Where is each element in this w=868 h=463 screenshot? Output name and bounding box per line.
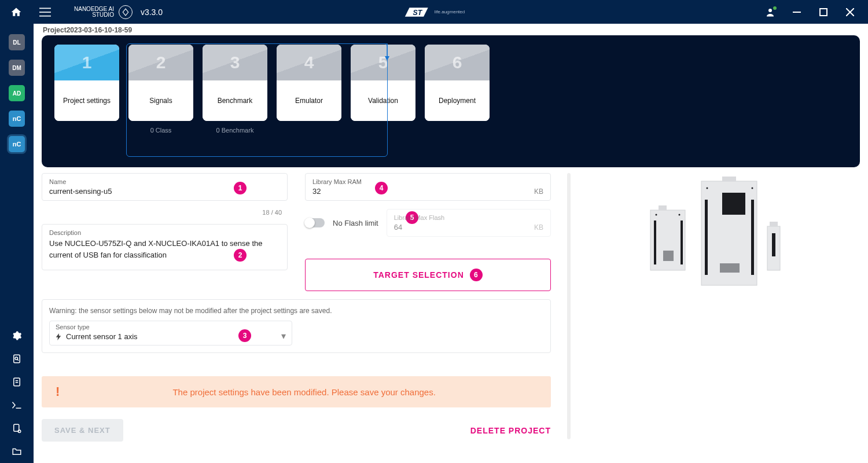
svg-rect-24	[659, 205, 667, 210]
user-status-dot	[773, 6, 777, 10]
ram-label: Library Max RAM	[312, 178, 543, 185]
folder-open-icon	[12, 447, 22, 456]
svg-point-34	[752, 188, 753, 189]
flash-field: Library Max Flash 64 KB	[387, 209, 551, 237]
step-project-settings[interactable]: 1 Project settings	[54, 45, 119, 121]
svg-point-25	[656, 214, 657, 216]
svg-rect-22	[681, 221, 683, 264]
terminal-icon	[12, 401, 22, 409]
sidebar-item-ad[interactable]: AD	[9, 85, 25, 101]
sensor-type-select[interactable]: Sensor type Current sensor 1 axis ▾ 3	[49, 321, 292, 346]
flash-limit-toggle[interactable]	[305, 218, 325, 227]
step-benchmark[interactable]: 3 Benchmark	[203, 45, 267, 121]
flash-value: 64	[394, 223, 402, 232]
ram-field[interactable]: Library Max RAM 32 KB 4	[305, 173, 551, 201]
annotation-badge-2: 2	[234, 249, 247, 262]
minimize-button[interactable]	[784, 1, 810, 24]
terminal-button[interactable]	[5, 394, 28, 417]
bolt-icon	[56, 333, 61, 340]
step-label: Validation	[351, 80, 415, 121]
target-selection-label: TARGET SELECTION	[373, 270, 464, 280]
annotation-badge-3: 3	[238, 329, 251, 342]
svg-rect-32	[722, 177, 736, 181]
close-icon	[846, 8, 854, 16]
hamburger-icon	[39, 8, 51, 17]
version-label: v3.3.0	[141, 8, 163, 17]
sidebar-item-dm[interactable]: DM	[9, 60, 25, 76]
file-gear-icon	[12, 423, 22, 433]
name-field[interactable]: Name current-sensing-u5 1	[42, 173, 288, 201]
sensor-panel: Warning: the sensor settings below may n…	[42, 299, 551, 353]
sidebar-item-nc2[interactable]: nC	[9, 136, 25, 152]
titlebar: NANOEDGE AI STUDIO v3.3.0 ST life.augmen…	[0, 0, 868, 24]
ram-value: 32	[312, 187, 321, 196]
steps-panel: 1 Project settings 2 Signals 0 Class 3	[42, 35, 860, 167]
svg-point-4	[768, 9, 772, 12]
annotation-badge-6: 6	[470, 269, 483, 281]
step-emulator[interactable]: 4 Emulator	[277, 45, 341, 121]
svg-rect-30	[722, 193, 745, 215]
brand-line2: STUDIO	[74, 12, 114, 18]
step-validation[interactable]: 5 Validation	[351, 45, 415, 121]
alert-text: The project settings have been modified.…	[71, 387, 537, 397]
save-next-button[interactable]: SAVE & NEXT	[42, 419, 123, 442]
brand: NANOEDGE AI STUDIO v3.3.0	[74, 5, 163, 19]
step-number: 5	[378, 53, 388, 72]
export-button[interactable]	[5, 417, 28, 440]
sensor-warning: Warning: the sensor settings below may n…	[49, 307, 543, 315]
search-file-icon	[12, 354, 22, 364]
sidebar: DL DM AD nC nC	[0, 24, 34, 463]
board-icon	[646, 177, 796, 292]
svg-marker-19	[56, 333, 61, 340]
flash-toggle-label: No Flash limit	[333, 219, 378, 227]
description-label: Description	[49, 229, 280, 236]
close-button[interactable]	[837, 1, 863, 24]
svg-rect-1	[39, 12, 51, 13]
svg-rect-6	[820, 9, 827, 16]
home-icon	[10, 6, 22, 18]
brand-line1: NANOEDGE AI	[74, 6, 114, 12]
svg-rect-37	[770, 222, 778, 226]
svg-point-26	[679, 214, 681, 216]
svg-rect-0	[39, 8, 51, 9]
sensor-type-value: Current sensor 1 axis	[66, 332, 138, 341]
annotation-badge-4: 4	[375, 182, 388, 194]
ram-unit: KB	[534, 188, 543, 196]
search-file-button[interactable]	[5, 347, 28, 370]
document-icon	[12, 377, 22, 387]
document-button[interactable]	[5, 370, 28, 394]
step-signals[interactable]: 2 Signals	[128, 45, 193, 121]
annotation-badge-1: 1	[234, 182, 247, 194]
svg-rect-2	[39, 15, 51, 16]
step-number: 1	[82, 53, 92, 72]
home-button[interactable]	[5, 1, 28, 24]
st-logo-icon: ST	[403, 4, 430, 20]
step-deployment[interactable]: 6 Deployment	[425, 45, 490, 121]
delete-project-button[interactable]: DELETE PROJECT	[470, 426, 551, 435]
sidebar-item-dl[interactable]: DL	[9, 34, 25, 50]
scrollbar[interactable]	[567, 173, 571, 439]
step-label: Benchmark	[203, 80, 267, 121]
svg-rect-28	[705, 200, 708, 275]
svg-point-33	[707, 188, 708, 189]
sidebar-item-nc1[interactable]: nC	[9, 111, 25, 127]
menu-button[interactable]	[34, 1, 57, 24]
flash-unit: KB	[534, 223, 543, 232]
step-label: Project settings	[54, 80, 119, 121]
project-name-header: Project2023-03-16-10-18-59	[34, 24, 868, 35]
svg-rect-21	[654, 221, 656, 264]
description-field[interactable]: Description Use NUCLEO-U575ZI-Q and X-NU…	[42, 224, 288, 270]
settings-button[interactable]	[5, 324, 28, 347]
svg-point-17	[18, 430, 21, 433]
maximize-button[interactable]	[810, 1, 837, 24]
svg-line-11	[17, 359, 19, 361]
step-number: 4	[304, 53, 314, 72]
user-button[interactable]	[757, 1, 784, 24]
svg-rect-31	[720, 263, 740, 273]
folder-button[interactable]	[5, 440, 28, 463]
target-selection-button[interactable]: TARGET SELECTION 6	[305, 259, 551, 291]
chevron-down-icon: ▾	[281, 330, 286, 341]
svg-rect-29	[751, 200, 754, 275]
step-number: 6	[453, 53, 462, 72]
step-label: Signals	[128, 80, 193, 121]
